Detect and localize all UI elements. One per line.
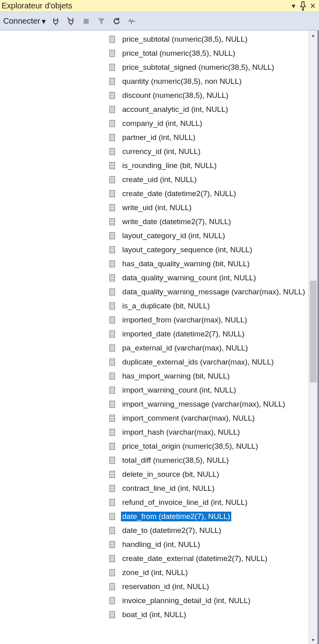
column-icon: [108, 540, 116, 549]
column-icon: [108, 442, 116, 451]
column-row[interactable]: total_diff (numeric(38,5), NULL): [0, 453, 309, 467]
column-row[interactable]: refund_of_invoice_line_id (int, NULL): [0, 495, 309, 509]
column-row[interactable]: imported_date (datetime2(7), NULL): [0, 327, 309, 341]
column-icon: [108, 554, 116, 563]
column-row[interactable]: boat_id (int, NULL): [0, 608, 309, 622]
column-row[interactable]: imported_from (varchar(max), NULL): [0, 313, 309, 327]
column-label: date_to (datetime2(7), NULL): [121, 526, 222, 535]
column-row[interactable]: is_a_duplicate (bit, NULL): [0, 299, 309, 313]
column-icon: [108, 217, 116, 226]
column-row[interactable]: zone_id (int, NULL): [0, 565, 309, 579]
column-label: has_import_warning (bit, NULL): [121, 371, 231, 381]
window-options-button[interactable]: ▾: [289, 1, 298, 11]
column-label: refund_of_invoice_line_id (int, NULL): [121, 498, 249, 507]
column-row[interactable]: price_total (numeric(38,5), NULL): [0, 46, 309, 60]
scroll-down-button[interactable]: ▾: [309, 635, 317, 644]
scrollbar[interactable]: ▴ ▾: [309, 30, 317, 644]
column-icon: [108, 288, 116, 296]
column-row[interactable]: data_quality_warning_count (int, NULL): [0, 271, 309, 285]
panel-titlebar: Explorateur d'objets ▾ ✕: [0, 0, 319, 12]
connect-icon[interactable]: [50, 16, 61, 26]
column-icon: [108, 568, 116, 577]
column-row[interactable]: layout_category_sequence (int, NULL): [0, 243, 309, 257]
column-label: price_subtotal (numeric(38,5), NULL): [121, 34, 249, 44]
column-row[interactable]: pa_external_id (varchar(max), NULL): [0, 341, 309, 355]
column-icon: [108, 344, 116, 352]
column-label: import_comment (varchar(max), NULL): [121, 413, 256, 423]
column-icon: [108, 119, 116, 128]
column-icon: [108, 512, 116, 521]
column-label: imported_from (varchar(max), NULL): [121, 315, 248, 325]
column-icon: [108, 203, 116, 212]
column-row[interactable]: discount (numeric(38,5), NULL): [0, 88, 309, 102]
activity-icon[interactable]: [127, 16, 137, 26]
column-row[interactable]: duplicate_external_ids (varchar(max), NU…: [0, 355, 309, 369]
column-row[interactable]: company_id (int, NULL): [0, 116, 309, 130]
column-row[interactable]: reservation_id (int, NULL): [0, 579, 309, 593]
column-row[interactable]: write_uid (int, NULL): [0, 200, 309, 215]
close-button[interactable]: ✕: [308, 1, 317, 11]
disconnect-icon[interactable]: [66, 16, 76, 26]
column-label: pa_external_id (varchar(max), NULL): [121, 343, 249, 353]
column-row[interactable]: currency_id (int, NULL): [0, 144, 309, 158]
column-row[interactable]: date_to (datetime2(7), NULL): [0, 523, 309, 537]
column-icon: [108, 456, 116, 465]
column-icon: [108, 358, 116, 367]
panel-title: Explorateur d'objets: [2, 1, 289, 10]
column-row[interactable]: delete_in_source (bit, NULL): [0, 467, 309, 481]
column-row[interactable]: import_warning_message (varchar(max), NU…: [0, 397, 309, 411]
column-label: discount (numeric(38,5), NULL): [121, 91, 230, 100]
column-row[interactable]: has_data_quality_warning (bit, NULL): [0, 257, 309, 271]
column-row[interactable]: handling_id (int, NULL): [0, 537, 309, 551]
column-label: price_total_origin (numeric(38,5), NULL): [121, 441, 259, 451]
column-icon: [108, 372, 116, 381]
column-icon: [108, 386, 116, 395]
column-label: layout_category_sequence (int, NULL): [121, 245, 253, 255]
column-icon: [108, 330, 116, 338]
refresh-icon[interactable]: [111, 16, 122, 26]
column-label: reservation_id (int, NULL): [121, 582, 210, 591]
column-row[interactable]: price_subtotal_signed (numeric(38,5), NU…: [0, 60, 309, 74]
tree-view[interactable]: price_subtotal (numeric(38,5), NULL)pric…: [0, 30, 309, 644]
column-row[interactable]: price_subtotal (numeric(38,5), NULL): [0, 32, 309, 46]
column-label: import_warning_message (varchar(max), NU…: [121, 399, 287, 409]
column-row[interactable]: import_hash (varchar(max), NULL): [0, 425, 309, 439]
stop-icon: [81, 16, 91, 26]
column-icon: [108, 161, 116, 170]
column-icon: [108, 610, 116, 619]
column-row[interactable]: layout_category_id (int, NULL): [0, 229, 309, 243]
pin-button[interactable]: [298, 1, 308, 11]
column-label: is_a_duplicate (bit, NULL): [121, 301, 211, 311]
column-icon: [108, 189, 116, 198]
column-icon: [108, 175, 116, 184]
connect-button[interactable]: Connecter ▾: [3, 16, 46, 26]
column-icon: [108, 400, 116, 409]
column-label: import_warning_count (int, NULL): [121, 385, 237, 395]
column-row[interactable]: price_total_origin (numeric(38,5), NULL): [0, 439, 309, 453]
column-row[interactable]: invoice_planning_detail_id (int, NULL): [0, 593, 309, 608]
column-row[interactable]: date_from (datetime2(7), NULL): [0, 509, 309, 523]
scroll-up-button[interactable]: ▴: [309, 30, 317, 39]
column-row[interactable]: create_uid (int, NULL): [0, 172, 309, 186]
column-label: delete_in_source (bit, NULL): [121, 470, 220, 479]
svg-rect-0: [84, 18, 89, 24]
column-icon: [108, 259, 116, 268]
scroll-thumb[interactable]: [310, 281, 317, 383]
column-row[interactable]: contract_line_id (int, NULL): [0, 481, 309, 495]
column-row[interactable]: account_analytic_id (int, NULL): [0, 102, 309, 116]
column-row[interactable]: partner_id (int, NULL): [0, 130, 309, 144]
column-row[interactable]: write_date (datetime2(7), NULL): [0, 215, 309, 229]
column-icon: [108, 526, 116, 535]
column-label: boat_id (int, NULL): [121, 610, 187, 620]
column-row[interactable]: data_quality_warning_message (varchar(ma…: [0, 285, 309, 299]
column-row[interactable]: quantity (numeric(38,5), non NULL): [0, 74, 309, 88]
column-row[interactable]: create_date (datetime2(7), NULL): [0, 186, 309, 200]
column-row[interactable]: is_rounding_line (bit, NULL): [0, 158, 309, 172]
column-icon: [108, 147, 116, 156]
column-label: contract_line_id (int, NULL): [121, 484, 216, 493]
column-row[interactable]: import_comment (varchar(max), NULL): [0, 411, 309, 425]
column-row[interactable]: has_import_warning (bit, NULL): [0, 369, 309, 383]
column-row[interactable]: import_warning_count (int, NULL): [0, 383, 309, 397]
column-row[interactable]: create_date_external (datetime2(7), NULL…: [0, 551, 309, 565]
column-label: currency_id (int, NULL): [121, 147, 202, 156]
